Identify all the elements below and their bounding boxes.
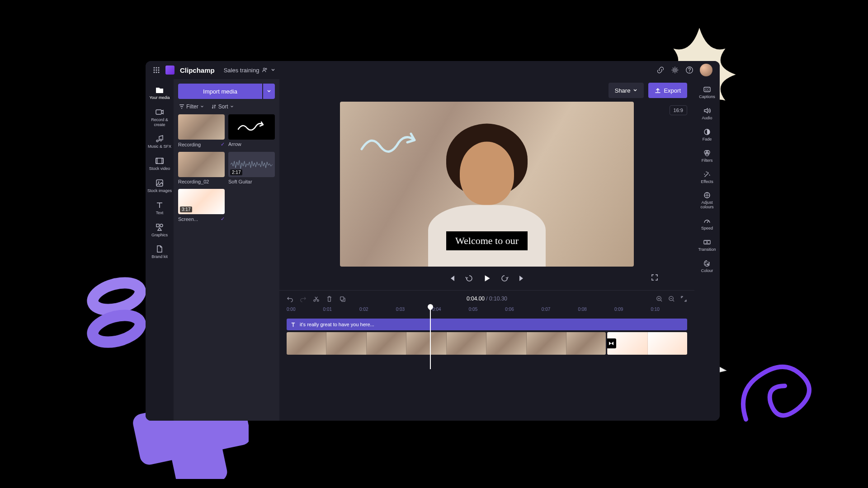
media-item-arrow[interactable]: Arrow bbox=[228, 114, 275, 147]
ruler-tick: 0:02 bbox=[359, 307, 396, 317]
text-track-label: it's really great to have you here... bbox=[300, 322, 374, 327]
ruler-tick: 0:03 bbox=[396, 307, 433, 317]
center-area: Share Export 16:9 Welcome to our bbox=[279, 79, 694, 421]
svg-point-1 bbox=[156, 67, 157, 69]
fullscreen-icon[interactable] bbox=[651, 274, 658, 283]
aspect-ratio-badge[interactable]: 16:9 bbox=[670, 105, 687, 115]
rr-label: Adjust colours bbox=[695, 201, 719, 210]
playback-controls bbox=[279, 267, 694, 290]
export-button[interactable]: Export bbox=[648, 83, 687, 98]
import-media-button[interactable]: Import media bbox=[178, 84, 262, 99]
rr-captions[interactable]: CCCaptions bbox=[694, 82, 720, 103]
nav-stock-video[interactable]: Stock video bbox=[146, 153, 174, 175]
import-media-dropdown[interactable] bbox=[263, 84, 275, 99]
sort-button[interactable]: Sort bbox=[211, 103, 234, 110]
rr-label: Effects bbox=[701, 180, 713, 184]
text-track-clip[interactable]: it's really great to have you here... bbox=[287, 319, 687, 330]
link-icon[interactable] bbox=[656, 66, 665, 74]
zoom-in-icon[interactable] bbox=[656, 296, 663, 302]
user-avatar[interactable] bbox=[700, 64, 712, 76]
video-track-clip-screen[interactable] bbox=[607, 332, 687, 355]
media-item-screen[interactable]: 3:17 Screen...✓ bbox=[178, 189, 225, 222]
media-thumbnail: 3:17 bbox=[178, 189, 225, 214]
svg-point-5 bbox=[158, 70, 160, 71]
zoom-fit-icon[interactable] bbox=[680, 296, 687, 302]
nav-brand-kit[interactable]: Brand kit bbox=[146, 241, 174, 263]
svg-point-36 bbox=[707, 262, 708, 263]
project-name[interactable]: Sales training bbox=[224, 67, 276, 74]
media-item-recording02[interactable]: Recording_02 bbox=[178, 152, 225, 184]
rr-filters[interactable]: Filters bbox=[694, 145, 720, 167]
media-name: Arrow bbox=[228, 141, 241, 147]
app-name: Clipchamp bbox=[180, 66, 215, 74]
redo-icon[interactable] bbox=[300, 296, 307, 302]
nav-label: Record & create bbox=[146, 117, 173, 127]
timeline-timecode: 0:04.00 / 0:10.30 bbox=[467, 296, 507, 302]
skip-start-icon[interactable] bbox=[448, 274, 456, 282]
video-track-clip-main[interactable] bbox=[287, 332, 606, 355]
nav-graphics[interactable]: Graphics bbox=[146, 219, 174, 241]
svg-point-6 bbox=[154, 72, 155, 73]
nav-your-media[interactable]: Your media bbox=[146, 82, 174, 104]
settings-icon[interactable] bbox=[671, 66, 679, 74]
rr-label: Filters bbox=[702, 159, 713, 163]
right-rail: CCCaptions Audio Fade Filters Effects Ad… bbox=[694, 79, 720, 421]
chevron-down-icon bbox=[230, 105, 234, 108]
timeline-ruler[interactable]: 0:00 0:01 0:02 0:03 0:04 0:05 0:06 0:07 … bbox=[279, 307, 694, 317]
media-panel: Import media Filter Sort Recording✓ Arro… bbox=[174, 79, 279, 421]
media-thumbnail bbox=[178, 114, 225, 140]
help-icon[interactable] bbox=[685, 66, 693, 74]
rr-audio[interactable]: Audio bbox=[694, 103, 720, 124]
ruler-tick: 0:00 bbox=[287, 307, 323, 317]
nav-text[interactable]: Text bbox=[146, 197, 174, 219]
nav-stock-images[interactable]: Stock images bbox=[146, 175, 174, 197]
skip-end-icon[interactable] bbox=[518, 274, 526, 282]
nav-music-sfx[interactable]: Music & SFX bbox=[146, 131, 174, 153]
media-name: Recording bbox=[178, 142, 201, 147]
svg-point-13 bbox=[689, 71, 690, 72]
ruler-tick: 0:10 bbox=[651, 307, 687, 317]
svg-text:CC: CC bbox=[705, 88, 709, 91]
svg-point-22 bbox=[314, 300, 316, 301]
share-button[interactable]: Share bbox=[609, 83, 644, 98]
current-time: 0:04.00 bbox=[467, 296, 485, 302]
media-duration: 3:17 bbox=[180, 206, 192, 212]
preview-canvas[interactable]: Welcome to our bbox=[340, 102, 634, 267]
media-duration: 2:17 bbox=[230, 169, 242, 175]
play-icon[interactable] bbox=[482, 274, 491, 283]
forward-icon[interactable] bbox=[500, 274, 509, 282]
waffle-icon[interactable] bbox=[153, 66, 160, 74]
media-name: Soft Guitar bbox=[228, 179, 252, 184]
rr-fade[interactable]: Fade bbox=[694, 124, 720, 145]
media-name: Screen... bbox=[178, 216, 198, 222]
rr-adjust-colours[interactable]: Adjust colours bbox=[694, 188, 720, 213]
svg-point-2 bbox=[158, 67, 160, 69]
rr-colour[interactable]: Colour bbox=[694, 256, 720, 277]
duplicate-icon[interactable] bbox=[339, 296, 346, 302]
ruler-tick: 0:07 bbox=[542, 307, 578, 317]
project-name-label: Sales training bbox=[224, 67, 259, 74]
check-icon: ✓ bbox=[221, 141, 225, 147]
rr-label: Captions bbox=[699, 95, 715, 99]
ruler-tick: 0:01 bbox=[323, 307, 360, 317]
timeline-tracks[interactable]: it's really great to have you here... bbox=[279, 317, 694, 363]
decoration-scribble bbox=[732, 343, 823, 433]
svg-point-0 bbox=[154, 67, 155, 69]
filter-button[interactable]: Filter bbox=[179, 103, 204, 110]
nav-label: Stock video bbox=[149, 166, 170, 171]
rr-effects[interactable]: Effects bbox=[694, 167, 720, 188]
delete-icon[interactable] bbox=[326, 296, 333, 302]
undo-icon[interactable] bbox=[287, 296, 293, 302]
split-icon[interactable] bbox=[313, 296, 320, 302]
media-item-softguitar[interactable]: 2:17 Soft Guitar bbox=[228, 152, 275, 184]
nav-record-create[interactable]: Record & create bbox=[146, 104, 174, 131]
zoom-out-icon[interactable] bbox=[668, 296, 675, 302]
media-item-recording[interactable]: Recording✓ bbox=[178, 114, 225, 147]
playhead[interactable] bbox=[430, 307, 431, 369]
svg-point-21 bbox=[160, 224, 163, 227]
transition-icon[interactable] bbox=[607, 338, 616, 348]
rewind-icon[interactable] bbox=[465, 274, 473, 282]
rr-transition[interactable]: Transition bbox=[694, 235, 720, 256]
nav-label: Brand kit bbox=[151, 254, 168, 259]
rr-speed[interactable]: Speed bbox=[694, 213, 720, 235]
